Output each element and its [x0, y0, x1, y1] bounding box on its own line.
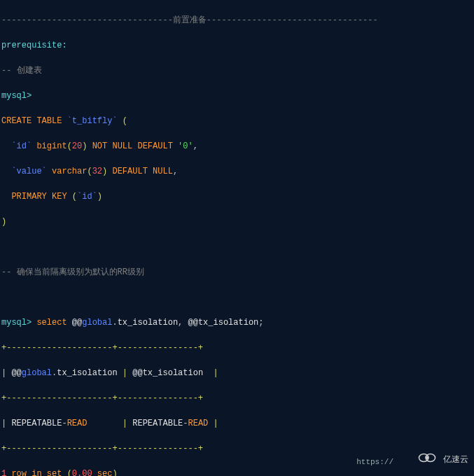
- pk: PRIMARY KEY (`id`): [1, 190, 473, 203]
- iso-border-top: +---------------------+----------------+: [1, 342, 473, 354]
- blank-2: [1, 291, 473, 304]
- cloud-icon: [415, 451, 439, 469]
- iso-data-row: | REPEATABLE-READ | REPEATABLE-READ |: [1, 417, 473, 430]
- watermark: 亿速云: [415, 451, 468, 469]
- svg-point-2: [426, 456, 428, 459]
- url-fragment: https://: [356, 456, 393, 468]
- iso-header-row: | @@global.tx_isolation | @@tx_isolation…: [1, 367, 473, 379]
- prompt-1: mysql>: [1, 90, 473, 102]
- col-value: `value` varchar(32) DEFAULT NULL,: [1, 165, 473, 178]
- rr-comment: -- 确保当前隔离级别为默认的RR级别: [1, 266, 473, 279]
- blank-1: [1, 241, 473, 253]
- create-comment: -- 创建表: [1, 64, 473, 77]
- col-id: `id` bigint(20) NOT NULL DEFAULT '0',: [1, 140, 473, 153]
- watermark-text: 亿速云: [443, 454, 468, 466]
- close-paren: ): [1, 216, 473, 228]
- iso-query: mysql> select @@global.tx_isolation, @@t…: [1, 316, 473, 329]
- iso-border-mid: +---------------------+----------------+: [1, 392, 473, 405]
- create-table: CREATE TABLE `t_bitfly` (: [1, 115, 473, 127]
- terminal: ----------------------------------前置准备--…: [0, 0, 474, 476]
- iso-result: 1 row in set (0.00 sec): [1, 468, 473, 476]
- iso-border-bot: +---------------------+----------------+: [1, 442, 473, 455]
- header-divider: ----------------------------------前置准备--…: [1, 14, 473, 27]
- prereq-label: prerequisite:: [1, 39, 473, 52]
